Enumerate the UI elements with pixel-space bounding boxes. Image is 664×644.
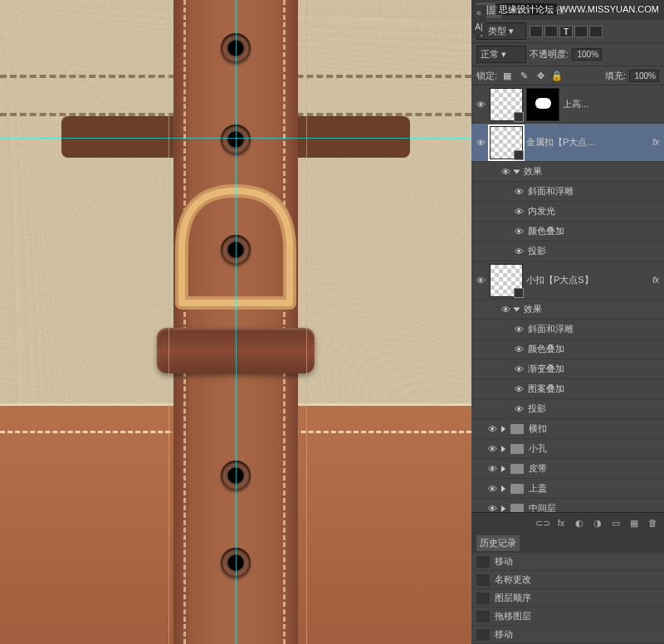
visibility-toggle[interactable]: 👁 [513, 384, 525, 394]
visibility-toggle[interactable]: 👁 [475, 138, 486, 148]
visibility-toggle[interactable]: 👁 [486, 424, 498, 434]
layer-row[interactable]: 👁 上高... [471, 85, 664, 124]
canvas[interactable] [0, 0, 471, 644]
chevron-down-icon: ▾ [501, 49, 506, 60]
disclosure-icon[interactable] [501, 466, 505, 472]
layers-panel: 图层 通道 路径 ρ 类型 ▾ T 正常 ▾ 不透明度: 100% 锁定: ▦ … [471, 0, 664, 644]
visibility-toggle[interactable]: 👁 [513, 364, 525, 374]
layer-row[interactable]: 👁 金属扣【P大点... fx [471, 124, 664, 162]
history-row[interactable]: 图层顺序 [471, 589, 664, 607]
fill-input[interactable]: 100% [629, 70, 659, 82]
lock-all-icon[interactable]: 🔒 [550, 69, 564, 82]
layers-footer: ⊂⊃ fx ◐ ◑ ▭ ▦ 🗑 [471, 512, 664, 533]
visibility-toggle[interactable]: 👁 [513, 187, 525, 197]
visibility-toggle[interactable]: 👁 [486, 464, 498, 474]
history-tabs: 历史记录 [471, 533, 664, 553]
effect-row[interactable]: 👁图案叠加 [471, 379, 664, 399]
disclosure-icon[interactable] [501, 446, 505, 452]
folder-icon [510, 424, 524, 434]
disclosure-icon[interactable] [501, 426, 505, 432]
lock-transparency-icon[interactable]: ▦ [500, 69, 514, 82]
new-group-icon[interactable]: ▭ [609, 516, 622, 529]
guide-vertical[interactable] [306, 0, 307, 644]
effect-row[interactable]: 👁斜面和浮雕 [471, 182, 664, 202]
disclosure-icon[interactable] [501, 505, 505, 512]
visibility-toggle[interactable]: 👁 [486, 484, 498, 494]
effect-row[interactable]: 👁投影 [471, 399, 664, 419]
lock-label: 锁定: [476, 70, 497, 82]
effects-header[interactable]: 👁效果 [471, 162, 664, 182]
panel-icon[interactable]: A| [475, 22, 482, 32]
disclosure-icon[interactable] [514, 307, 520, 311]
effect-row[interactable]: 👁颜色叠加 [471, 222, 664, 242]
guide-vertical[interactable] [168, 0, 169, 644]
layer-thumb[interactable] [490, 88, 523, 121]
fx-badge[interactable]: fx [652, 276, 661, 285]
chevron-down-icon: ▾ [509, 26, 514, 37]
group-row[interactable]: 👁上盖 [471, 479, 664, 499]
visibility-toggle[interactable]: 👁 [513, 207, 525, 217]
lock-position-icon[interactable]: ✥ [534, 69, 547, 82]
history-panel: 历史记录 移动 名称更改 图层顺序 拖移图层 移动 [471, 533, 664, 644]
layer-thumb[interactable] [490, 264, 523, 297]
folder-icon [510, 484, 524, 494]
effect-row[interactable]: 👁投影 [471, 242, 664, 261]
visibility-toggle[interactable]: 👁 [513, 246, 525, 256]
visibility-toggle[interactable]: 👁 [500, 167, 511, 177]
effect-row[interactable]: 👁斜面和浮雕 [471, 320, 664, 339]
layer-mask-thumb[interactable] [526, 88, 559, 121]
history-row[interactable]: 移动 [471, 553, 664, 571]
history-row[interactable]: 拖移图层 [471, 607, 664, 626]
layer-mask-icon[interactable]: ◐ [573, 516, 586, 529]
group-row[interactable]: 👁小孔 [471, 439, 664, 459]
history-row[interactable]: 名称更改 [471, 571, 664, 589]
layer-name[interactable]: 小扣【P大点S】 [526, 274, 649, 286]
history-row[interactable]: 移动 [471, 626, 664, 644]
layers-list[interactable]: 👁 上高... 👁 金属扣【P大点... fx 👁效果 👁斜面和浮雕 👁内发光 … [471, 85, 664, 512]
visibility-toggle[interactable]: 👁 [513, 324, 525, 334]
layer-thumb[interactable] [490, 126, 523, 159]
layer-style-icon[interactable]: fx [554, 516, 568, 529]
group-row[interactable]: 👁横扣 [471, 419, 664, 439]
blend-mode-dropdown[interactable]: 正常 ▾ [476, 46, 526, 63]
visibility-toggle[interactable]: 👁 [513, 344, 525, 354]
group-row[interactable]: 👁中间层 [471, 499, 664, 512]
effects-header[interactable]: 👁效果 [471, 300, 664, 320]
layer-name[interactable]: 金属扣【P大点... [526, 136, 649, 149]
effect-row[interactable]: 👁渐变叠加 [471, 359, 664, 379]
layer-name[interactable]: 上高... [563, 98, 661, 110]
collapsed-panels[interactable]: ≈ A| [471, 5, 486, 35]
visibility-toggle[interactable]: 👁 [513, 227, 525, 237]
adjustment-layer-icon[interactable]: ◑ [591, 516, 604, 529]
fill-label: 填充: [605, 70, 626, 82]
history-step-icon [476, 629, 490, 641]
opacity-input[interactable]: 100% [572, 48, 602, 61]
fx-badge[interactable]: fx [652, 138, 661, 147]
effect-row[interactable]: 👁颜色叠加 [471, 339, 664, 359]
watermark: 思缘设计论坛 WWW.MISSYUAN.COM [496, 3, 659, 16]
guide-vertical[interactable] [236, 0, 237, 644]
history-step-icon [476, 556, 490, 568]
panel-icon[interactable]: ≈ [476, 8, 481, 17]
visibility-toggle[interactable]: 👁 [500, 305, 511, 315]
visibility-toggle[interactable]: 👁 [486, 444, 498, 454]
effect-row[interactable]: 👁内发光 [471, 202, 664, 222]
new-layer-icon[interactable]: ▦ [627, 516, 641, 529]
visibility-toggle[interactable]: 👁 [513, 404, 525, 414]
opacity-label: 不透明度: [530, 48, 569, 61]
filter-type-icons[interactable]: T [530, 26, 603, 37]
layer-row[interactable]: 👁 小扣【P大点S】 fx [471, 261, 664, 300]
link-layers-icon[interactable]: ⊂⊃ [536, 516, 549, 529]
visibility-toggle[interactable]: 👁 [475, 276, 486, 285]
delete-layer-icon[interactable]: 🗑 [646, 516, 659, 529]
visibility-toggle[interactable]: 👁 [475, 100, 486, 110]
folder-icon [510, 464, 524, 474]
guide-horizontal[interactable] [0, 138, 471, 139]
group-row[interactable]: 👁皮带 [471, 459, 664, 479]
disclosure-icon[interactable] [514, 169, 520, 173]
visibility-toggle[interactable]: 👁 [486, 504, 498, 513]
tab-history[interactable]: 历史记录 [476, 535, 520, 551]
lock-pixels-icon[interactable]: ✎ [517, 69, 530, 82]
folder-icon [510, 504, 524, 513]
disclosure-icon[interactable] [501, 485, 505, 492]
